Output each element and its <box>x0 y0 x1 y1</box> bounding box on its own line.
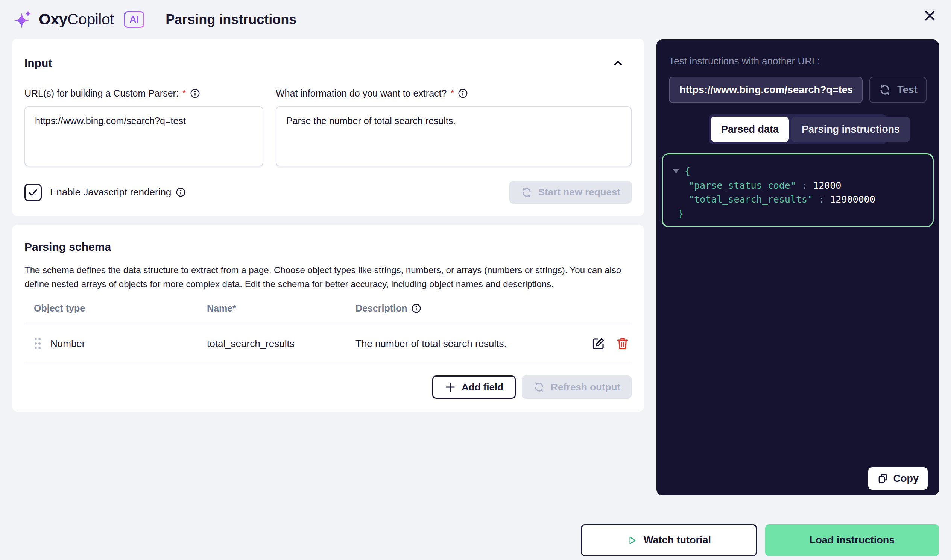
checkmark-icon <box>28 187 39 198</box>
json-open-brace: { <box>685 164 690 178</box>
play-icon <box>627 535 637 546</box>
trash-icon[interactable] <box>616 337 629 350</box>
required-marker: * <box>182 88 186 99</box>
info-icon[interactable] <box>190 88 200 98</box>
sparkle-icon <box>13 9 34 31</box>
test-button[interactable]: Test <box>869 77 926 103</box>
row-description: The number of total search results. <box>355 338 587 349</box>
test-panel: Test instructions with another URL: Test… <box>656 40 939 495</box>
tab-parsed-data[interactable]: Parsed data <box>711 117 789 142</box>
info-icon[interactable] <box>458 88 468 98</box>
refresh-icon <box>878 83 891 96</box>
row-object-type: Number <box>50 338 85 349</box>
watch-tutorial-button[interactable]: Watch tutorial <box>581 524 757 556</box>
ai-badge: AI <box>124 11 144 28</box>
copy-icon <box>877 473 889 484</box>
json-line: "parse_status_code" : 12000 <box>672 178 925 193</box>
refresh-icon <box>521 186 533 198</box>
test-panel-label: Test instructions with another URL: <box>669 55 926 67</box>
url-field-label: URL(s) for building a Custom Parser: * <box>25 88 263 99</box>
refresh-icon <box>533 381 545 393</box>
close-icon[interactable] <box>920 6 940 26</box>
plus-icon <box>445 382 456 393</box>
tab-parsing-instructions[interactable]: Parsing instructions <box>792 117 910 142</box>
info-icon[interactable] <box>411 303 421 314</box>
page-title: Parsing instructions <box>165 12 296 28</box>
start-new-request-button[interactable]: Start new request <box>509 181 631 204</box>
brand-logo: OxyCopilot AI <box>13 9 144 31</box>
triangle-down-icon[interactable] <box>673 169 679 173</box>
chevron-up-icon[interactable] <box>611 55 625 71</box>
load-instructions-button[interactable]: Load instructions <box>765 524 939 556</box>
column-header-description: Description <box>355 303 587 314</box>
input-section-title: Input <box>25 57 52 69</box>
table-row: Number total_search_results The number o… <box>25 325 631 363</box>
brand-name: OxyCopilot <box>39 11 114 28</box>
add-field-button[interactable]: Add field <box>432 375 516 399</box>
json-line: "total_search_results" : 12900000 <box>672 192 925 207</box>
json-close-brace: } <box>672 207 925 221</box>
column-header-name: Name* <box>207 303 355 314</box>
js-rendering-label: Enable Javascript rendering <box>50 186 171 198</box>
output-tabs: Parsed data Parsing instructions <box>709 114 887 144</box>
footer-actions: Watch tutorial Load instructions <box>581 524 939 556</box>
schema-table-header: Object type Name* Description <box>25 303 631 325</box>
refresh-output-button[interactable]: Refresh output <box>522 375 631 399</box>
header: OxyCopilot AI Parsing instructions <box>0 0 951 39</box>
edit-icon[interactable] <box>592 337 605 350</box>
row-name: total_search_results <box>207 338 355 349</box>
schema-table: Object type Name* Description <box>25 303 631 363</box>
url-input[interactable]: https://www.bing.com/search?q=test <box>25 106 263 166</box>
js-rendering-checkbox[interactable] <box>25 184 42 201</box>
schema-section-title: Parsing schema <box>25 240 631 253</box>
parsing-schema-card: Parsing schema The schema defines the da… <box>12 225 644 412</box>
column-header-object-type: Object type <box>34 303 207 314</box>
schema-description: The schema defines the data structure to… <box>25 263 631 291</box>
input-card: Input URL(s) for building a Custom Parse… <box>12 39 644 216</box>
extract-input[interactable]: Parse the number of total search results… <box>276 106 631 166</box>
info-icon[interactable] <box>176 187 186 197</box>
drag-handle-icon[interactable] <box>34 337 42 350</box>
test-url-input[interactable] <box>669 77 863 103</box>
parsed-data-output: { "parse_status_code" : 12000 "total_sea… <box>662 153 934 227</box>
required-marker: * <box>450 88 454 99</box>
extract-field-label: What information do you want to extract?… <box>276 88 631 99</box>
copy-button[interactable]: Copy <box>868 467 928 490</box>
